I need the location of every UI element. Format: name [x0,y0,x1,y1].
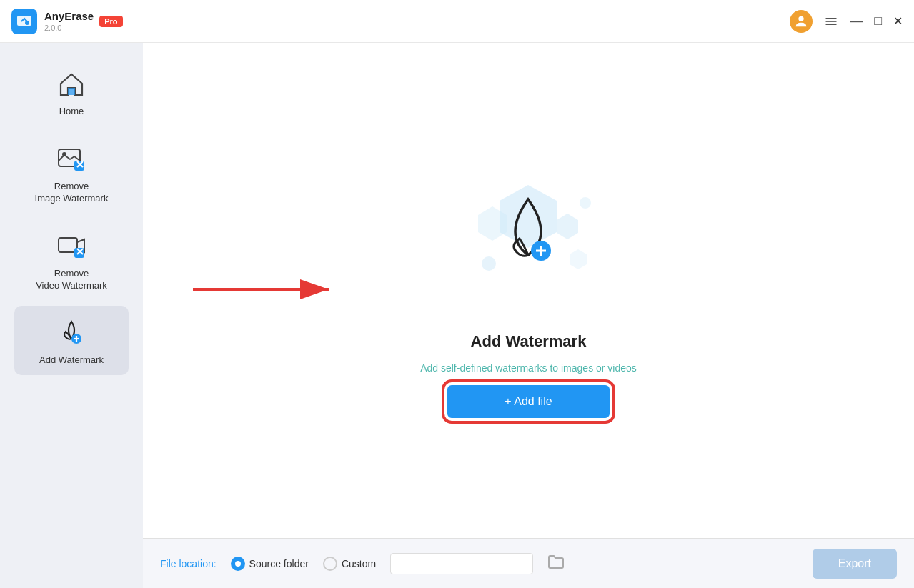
source-folder-radio[interactable] [231,557,245,571]
folder-browse-icon[interactable] [547,554,565,573]
watermark-illustration [435,164,621,321]
svg-point-8 [62,152,66,156]
app-info: AnyErase 2.0.0 [44,10,94,32]
svg-point-2 [798,16,803,21]
svg-marker-19 [557,214,578,239]
user-avatar[interactable] [790,10,813,33]
main-content-area: Add Watermark Add self-defined watermark… [143,43,914,538]
svg-rect-6 [68,88,75,95]
app-name: AnyErase [44,10,94,22]
custom-option[interactable]: Custom [323,557,376,571]
main-panel: Add Watermark Add self-defined watermark… [143,43,914,588]
home-label: Home [59,106,84,118]
add-watermark-icon [54,316,89,350]
remove-image-icon [54,142,89,176]
remove-image-label: RemoveImage Watermark [35,181,109,205]
custom-radio[interactable] [323,557,337,571]
menu-icon[interactable] [824,14,838,29]
sidebar-item-remove-image[interactable]: RemoveImage Watermark [14,132,129,214]
home-icon [54,67,89,101]
source-folder-option[interactable]: Source folder [231,557,309,571]
svg-point-21 [482,256,496,271]
pro-badge: Pro [99,16,122,27]
add-watermark-label: Add Watermark [39,354,104,367]
remove-video-label: RemoveVideo Watermark [36,268,107,292]
app-logo [11,9,37,34]
export-button[interactable]: Export [813,549,897,579]
maximize-button[interactable]: □ [874,14,882,29]
custom-label: Custom [342,558,376,569]
close-button[interactable]: ✕ [893,14,903,28]
custom-path-input[interactable] [390,553,533,574]
remove-video-icon [54,229,89,264]
svg-marker-20 [570,249,587,269]
arrow-annotation [186,268,343,314]
minimize-button[interactable]: — [850,14,863,29]
titlebar: AnyErase 2.0.0 Pro — □ ✕ [0,0,914,43]
center-section: Add Watermark Add self-defined watermark… [420,164,637,418]
sidebar-item-add-watermark[interactable]: Add Watermark [14,306,129,375]
bottom-bar: File location: Source folder Custom Expo… [143,538,914,588]
main-subtitle: Add self-defined watermarks to images or… [420,362,637,374]
add-file-button[interactable]: + Add file [447,385,609,418]
file-location-label: File location: [160,558,217,569]
app-version: 2.0.0 [44,24,94,32]
source-folder-label: Source folder [249,558,309,569]
sidebar-item-remove-video[interactable]: RemoveVideo Watermark [14,219,129,301]
svg-marker-17 [500,185,557,248]
svg-rect-0 [17,16,31,26]
svg-point-22 [580,197,591,209]
sidebar-item-home[interactable]: Home [14,57,129,126]
window-controls: — □ ✕ [790,10,903,33]
sidebar: Home RemoveImage Watermark RemoveVideo W… [0,43,143,588]
illustration-svg [435,164,621,321]
main-title: Add Watermark [471,332,587,351]
svg-point-1 [25,21,29,25]
